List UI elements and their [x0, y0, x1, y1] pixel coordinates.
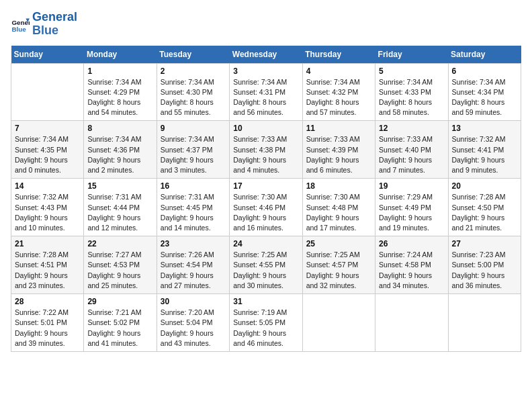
day-info: Sunrise: 7:32 AMSunset: 4:41 PMDaylight:…: [452, 134, 517, 175]
day-cell: 29Sunrise: 7:21 AMSunset: 5:02 PMDayligh…: [84, 294, 157, 352]
day-info: Sunrise: 7:32 AMSunset: 4:43 PMDaylight:…: [15, 192, 80, 233]
day-number: 11: [306, 124, 371, 133]
day-cell: 9Sunrise: 7:34 AMSunset: 4:37 PMDaylight…: [157, 121, 229, 179]
day-cell: 20Sunrise: 7:28 AMSunset: 4:50 PMDayligh…: [448, 179, 521, 236]
day-number: 26: [379, 239, 444, 248]
day-number: 18: [306, 181, 371, 191]
day-info: Sunrise: 7:34 AMSunset: 4:31 PMDaylight:…: [233, 77, 298, 118]
day-cell: 30Sunrise: 7:20 AMSunset: 5:04 PMDayligh…: [157, 294, 229, 352]
day-info: Sunrise: 7:34 AMSunset: 4:32 PMDaylight:…: [306, 77, 371, 118]
day-info: Sunrise: 7:34 AMSunset: 4:35 PMDaylight:…: [15, 134, 80, 175]
day-cell: 15Sunrise: 7:31 AMSunset: 4:44 PMDayligh…: [84, 179, 157, 236]
day-cell: 5Sunrise: 7:34 AMSunset: 4:33 PMDaylight…: [375, 63, 448, 121]
day-number: 3: [233, 66, 298, 76]
day-cell: 8Sunrise: 7:34 AMSunset: 4:36 PMDaylight…: [84, 121, 157, 179]
week-row-5: 28Sunrise: 7:22 AMSunset: 5:01 PMDayligh…: [11, 294, 521, 352]
day-number: 28: [15, 297, 80, 306]
day-info: Sunrise: 7:20 AMSunset: 5:04 PMDaylight:…: [161, 308, 226, 349]
day-number: 30: [161, 297, 226, 306]
day-number: 17: [233, 181, 298, 191]
day-cell: 7Sunrise: 7:34 AMSunset: 4:35 PMDaylight…: [11, 121, 84, 179]
week-row-4: 21Sunrise: 7:28 AMSunset: 4:51 PMDayligh…: [11, 236, 521, 294]
day-info: Sunrise: 7:24 AMSunset: 4:58 PMDaylight:…: [379, 250, 444, 291]
day-cell: 21Sunrise: 7:28 AMSunset: 4:51 PMDayligh…: [11, 236, 84, 294]
day-info: Sunrise: 7:29 AMSunset: 4:49 PMDaylight:…: [379, 192, 444, 233]
day-cell: 27Sunrise: 7:23 AMSunset: 5:00 PMDayligh…: [448, 236, 521, 294]
col-header-wednesday: Wednesday: [230, 46, 302, 64]
day-info: Sunrise: 7:33 AMSunset: 4:39 PMDaylight:…: [306, 134, 371, 175]
logo-text: GeneralBlue: [32, 11, 77, 38]
col-header-thursday: Thursday: [302, 46, 375, 64]
day-cell: [11, 63, 84, 121]
day-info: Sunrise: 7:31 AMSunset: 4:44 PMDaylight:…: [87, 192, 152, 233]
col-header-tuesday: Tuesday: [157, 46, 229, 64]
day-number: 1: [87, 66, 152, 76]
col-header-monday: Monday: [84, 46, 157, 64]
day-number: 14: [15, 181, 80, 191]
day-info: Sunrise: 7:30 AMSunset: 4:48 PMDaylight:…: [306, 192, 371, 233]
svg-text:Blue: Blue: [11, 26, 26, 33]
day-number: 10: [233, 124, 298, 133]
day-info: Sunrise: 7:34 AMSunset: 4:37 PMDaylight:…: [161, 134, 226, 175]
day-cell: 14Sunrise: 7:32 AMSunset: 4:43 PMDayligh…: [11, 179, 84, 236]
day-cell: 31Sunrise: 7:19 AMSunset: 5:05 PMDayligh…: [230, 294, 302, 352]
day-info: Sunrise: 7:30 AMSunset: 4:46 PMDaylight:…: [233, 192, 298, 233]
day-cell: 13Sunrise: 7:32 AMSunset: 4:41 PMDayligh…: [448, 121, 521, 179]
day-number: 29: [87, 297, 152, 306]
day-cell: [375, 294, 448, 352]
page-header: General Blue GeneralBlue: [11, 11, 521, 38]
day-number: 2: [161, 66, 226, 76]
day-cell: [302, 294, 375, 352]
day-number: 23: [161, 239, 226, 248]
day-number: 16: [161, 181, 226, 191]
day-info: Sunrise: 7:19 AMSunset: 5:05 PMDaylight:…: [233, 308, 298, 349]
day-cell: 12Sunrise: 7:33 AMSunset: 4:40 PMDayligh…: [375, 121, 448, 179]
day-info: Sunrise: 7:34 AMSunset: 4:33 PMDaylight:…: [379, 77, 444, 118]
day-cell: 18Sunrise: 7:30 AMSunset: 4:48 PMDayligh…: [302, 179, 375, 236]
logo: General Blue GeneralBlue: [11, 11, 77, 38]
day-info: Sunrise: 7:25 AMSunset: 4:55 PMDaylight:…: [233, 250, 298, 291]
day-info: Sunrise: 7:33 AMSunset: 4:40 PMDaylight:…: [379, 134, 444, 175]
day-number: 25: [306, 239, 371, 248]
day-number: 27: [452, 239, 517, 248]
day-number: 24: [233, 239, 298, 248]
week-row-3: 14Sunrise: 7:32 AMSunset: 4:43 PMDayligh…: [11, 179, 521, 236]
day-number: 6: [452, 66, 517, 76]
day-number: 13: [452, 124, 517, 133]
day-cell: 2Sunrise: 7:34 AMSunset: 4:30 PMDaylight…: [157, 63, 229, 121]
day-number: 7: [15, 124, 80, 133]
day-info: Sunrise: 7:23 AMSunset: 5:00 PMDaylight:…: [452, 250, 517, 291]
day-cell: 3Sunrise: 7:34 AMSunset: 4:31 PMDaylight…: [230, 63, 302, 121]
day-cell: 19Sunrise: 7:29 AMSunset: 4:49 PMDayligh…: [375, 179, 448, 236]
logo-icon: General Blue: [11, 15, 30, 34]
day-cell: 16Sunrise: 7:31 AMSunset: 4:45 PMDayligh…: [157, 179, 229, 236]
day-cell: 10Sunrise: 7:33 AMSunset: 4:38 PMDayligh…: [230, 121, 302, 179]
day-number: 9: [161, 124, 226, 133]
col-header-friday: Friday: [375, 46, 448, 64]
day-cell: 11Sunrise: 7:33 AMSunset: 4:39 PMDayligh…: [302, 121, 375, 179]
day-number: 8: [87, 124, 152, 133]
col-header-saturday: Saturday: [448, 46, 521, 64]
day-info: Sunrise: 7:22 AMSunset: 5:01 PMDaylight:…: [15, 308, 80, 349]
day-cell: 17Sunrise: 7:30 AMSunset: 4:46 PMDayligh…: [230, 179, 302, 236]
day-info: Sunrise: 7:27 AMSunset: 4:53 PMDaylight:…: [87, 250, 152, 291]
day-cell: 26Sunrise: 7:24 AMSunset: 4:58 PMDayligh…: [375, 236, 448, 294]
day-info: Sunrise: 7:25 AMSunset: 4:57 PMDaylight:…: [306, 250, 371, 291]
day-info: Sunrise: 7:31 AMSunset: 4:45 PMDaylight:…: [161, 192, 226, 233]
day-number: 31: [233, 297, 298, 306]
day-cell: 4Sunrise: 7:34 AMSunset: 4:32 PMDaylight…: [302, 63, 375, 121]
day-info: Sunrise: 7:26 AMSunset: 4:54 PMDaylight:…: [161, 250, 226, 291]
header-row: SundayMondayTuesdayWednesdayThursdayFrid…: [11, 46, 521, 64]
day-cell: 1Sunrise: 7:34 AMSunset: 4:29 PMDaylight…: [84, 63, 157, 121]
day-cell: [448, 294, 521, 352]
day-number: 19: [379, 181, 444, 191]
day-info: Sunrise: 7:33 AMSunset: 4:38 PMDaylight:…: [233, 134, 298, 175]
day-info: Sunrise: 7:34 AMSunset: 4:36 PMDaylight:…: [87, 134, 152, 175]
day-info: Sunrise: 7:34 AMSunset: 4:29 PMDaylight:…: [87, 77, 152, 118]
day-cell: 24Sunrise: 7:25 AMSunset: 4:55 PMDayligh…: [230, 236, 302, 294]
day-cell: 22Sunrise: 7:27 AMSunset: 4:53 PMDayligh…: [84, 236, 157, 294]
day-number: 4: [306, 66, 371, 76]
week-row-1: 1Sunrise: 7:34 AMSunset: 4:29 PMDaylight…: [11, 63, 521, 121]
day-cell: 25Sunrise: 7:25 AMSunset: 4:57 PMDayligh…: [302, 236, 375, 294]
day-number: 5: [379, 66, 444, 76]
